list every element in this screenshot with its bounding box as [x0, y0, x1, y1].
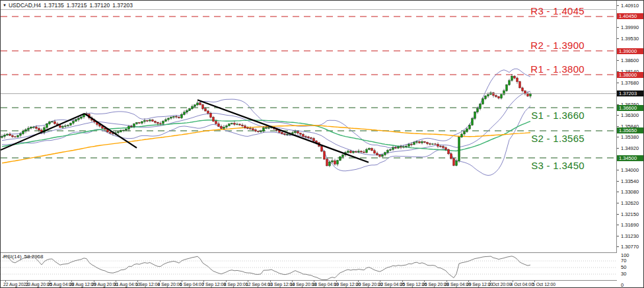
- time-axis-label: 4 Sep 20:00: [158, 282, 182, 287]
- time-axis-label: 4 Oct 04:00: [511, 282, 534, 287]
- trendline: [1, 114, 85, 150]
- time-axis-label: 6 Sep 04:00: [180, 282, 204, 287]
- symbol-period-label: USDCAD,H4: [9, 2, 41, 9]
- price-axis-label: 1.34000: [621, 167, 639, 173]
- main-chart-area[interactable]: ▼USDCAD,H41.371351.372151.371201.37203 R…: [1, 1, 617, 252]
- bollinger-middle-band: [2, 91, 530, 155]
- bollinger-lower-band: [2, 106, 530, 175]
- price-axis-tick: [617, 83, 619, 83]
- rsi-axis-label: 30: [621, 271, 626, 277]
- price-axis-label: 1.39990: [621, 24, 639, 30]
- price-axis-tick: [617, 170, 619, 170]
- rsi-axis-label: 70: [621, 258, 626, 264]
- price-axis-tick: [617, 38, 619, 39]
- price-axis-tick: [617, 5, 619, 6]
- level-label-s3: S3 - 1.3450: [531, 160, 585, 171]
- price-axis-label: 1.38600: [621, 57, 639, 63]
- price-axis-tick: [617, 214, 619, 215]
- price-axis-tick: [617, 246, 619, 247]
- price-axis-label: 1.30770: [621, 244, 639, 250]
- time-axis-label: 1 Sep 12:00: [135, 282, 160, 287]
- price-axis-label: 1.31230: [621, 233, 639, 239]
- price-axis-tick: [617, 148, 619, 149]
- price-axis-label: 1.40910: [621, 3, 639, 9]
- price-axis-label: 1.35380: [621, 134, 639, 140]
- price-axis-label: 1.32150: [621, 211, 639, 217]
- rsi-indicator-label: RSI(14)58.2968: [3, 254, 46, 260]
- level-label-r1: R1 - 1.3800: [530, 63, 585, 75]
- price-axis-label: 1.36300: [621, 112, 639, 118]
- price-axis-tick: [617, 60, 619, 61]
- price-axis-label: 1.32620: [621, 200, 639, 206]
- time-axis-label: 5 Oct 12:00: [532, 282, 555, 287]
- ohlc-high: 1.37215: [67, 2, 87, 9]
- time-axis-label: 7 Sep 12:00: [201, 282, 226, 287]
- ohlc-low: 1.37120: [90, 2, 110, 9]
- price-axis-label: 1.31690: [621, 222, 639, 228]
- price-axis-tick: [617, 27, 619, 28]
- price-axis-tick: [617, 115, 619, 116]
- price-chart-canvas[interactable]: [1, 1, 617, 252]
- price-axis-tick: [617, 126, 619, 127]
- price-axis-label: 1.33080: [621, 189, 639, 195]
- price-axis-label: 1.37680: [621, 80, 639, 86]
- price-axis-tick: [617, 181, 619, 182]
- rsi-name: RSI(14): [3, 254, 22, 260]
- price-axis-tick: [617, 203, 619, 203]
- rsi-canvas[interactable]: [1, 253, 616, 280]
- time-axis-label: 8 Sep 20:00: [224, 282, 248, 287]
- rsi-panel[interactable]: RSI(14)58.2968: [1, 252, 617, 281]
- time-axis[interactable]: 22 Aug 202323 Aug 20:0025 Aug 04:0028 Au…: [1, 281, 617, 288]
- current-price-badge: 1.37203: [617, 90, 644, 96]
- price-axis-tick: [617, 236, 619, 236]
- ohlc-close: 1.37203: [112, 2, 133, 9]
- price-axis-tick: [617, 192, 619, 192]
- level-label-r2: R2 - 1.3900: [530, 40, 585, 51]
- chart-title: ▼USDCAD,H41.371351.372151.371201.37203: [3, 2, 135, 9]
- price-axis-tick: [617, 137, 619, 137]
- price-level-badge-r2: 1.39000: [617, 48, 644, 54]
- price-axis-label: 1.34920: [621, 145, 639, 151]
- ohlc-open: 1.37135: [44, 2, 64, 9]
- price-axis[interactable]: 1.409101.404501.399901.395301.390701.386…: [617, 1, 644, 288]
- level-label-s2: S2 - 1.3565: [531, 133, 585, 144]
- level-label-s1: S1 - 1.3660: [531, 110, 585, 121]
- price-level-badge-r1: 1.38000: [617, 72, 644, 78]
- price-axis-label: 1.33540: [621, 178, 639, 184]
- level-label-r3: R3 - 1.4045: [530, 5, 585, 17]
- rsi-line: [2, 256, 530, 280]
- price-axis-tick: [617, 225, 619, 225]
- chart-window: ▼USDCAD,H41.371351.372151.371201.37203 R…: [0, 0, 644, 288]
- price-level-badge-s3: 1.34500: [617, 155, 644, 161]
- time-axis-label: 2 Oct 20:00: [488, 282, 511, 287]
- rsi-value: 58.2968: [24, 254, 44, 260]
- price-level-badge-s2: 1.35650: [617, 127, 644, 133]
- rsi-axis-label: 0: [621, 282, 624, 288]
- rsi-axis-label: 50: [621, 264, 626, 270]
- price-axis-label: 1.39530: [621, 36, 639, 42]
- symbol-dropdown-icon[interactable]: ▼: [3, 3, 7, 7]
- price-level-badge-r3: 1.40450: [617, 13, 644, 19]
- price-level-badge-s1: 1.36600: [617, 105, 644, 111]
